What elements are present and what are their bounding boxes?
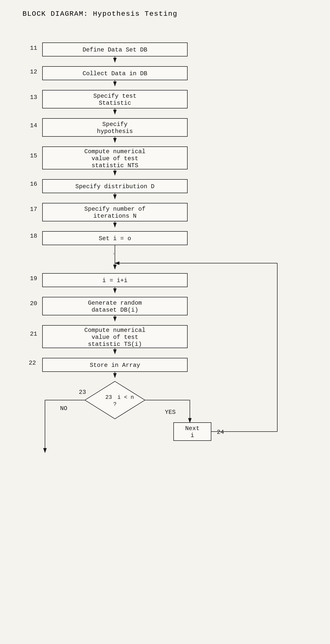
label-12: Collect Data in DB bbox=[82, 70, 147, 77]
step-num-18: 18 bbox=[30, 233, 37, 240]
label-20-line2: dataset DB(i) bbox=[92, 307, 138, 314]
label-17-line1: Specify number of bbox=[84, 206, 146, 212]
label-15-line2: value of test bbox=[92, 155, 138, 162]
step-num-12: 12 bbox=[30, 68, 37, 75]
step-num-21: 21 bbox=[30, 330, 37, 337]
diamond-label-num: i < n bbox=[118, 394, 134, 400]
step-num-13: 13 bbox=[30, 94, 37, 101]
step-num-15: 15 bbox=[30, 152, 37, 159]
label-15-line3: statistic NTS bbox=[92, 162, 138, 169]
step-num-20: 20 bbox=[30, 300, 37, 307]
label-18: Set i = o bbox=[99, 235, 131, 242]
step-num-14: 14 bbox=[30, 122, 37, 129]
label-no: NO bbox=[60, 405, 68, 412]
diamond-23 bbox=[85, 381, 145, 419]
step-num-17: 17 bbox=[30, 206, 37, 213]
label-22: Store in Array bbox=[90, 362, 140, 368]
label-14-line1: Specify bbox=[102, 121, 128, 128]
flowchart-diagram: 11 Define Data Set DB 12 Collect Data in… bbox=[15, 28, 320, 644]
step-num-16: 16 bbox=[30, 181, 37, 188]
label-14-line2: hypothesis bbox=[97, 128, 133, 135]
label-20-line1: Generate random bbox=[88, 300, 142, 306]
step-num-24: 24 bbox=[217, 429, 224, 436]
step-num-23: 23 bbox=[79, 389, 86, 396]
label-17-line2: iterations N bbox=[94, 213, 137, 220]
label-21-line1: Compute numerical bbox=[84, 327, 146, 334]
step-num-11: 11 bbox=[30, 45, 37, 52]
label-19: i = i+i bbox=[102, 277, 128, 284]
label-yes: YES bbox=[165, 409, 176, 416]
label-11: Define Data Set DB bbox=[82, 46, 147, 53]
next-label-line1: Next bbox=[185, 425, 200, 432]
step-num-22: 22 bbox=[29, 360, 36, 366]
label-16: Specify distribution D bbox=[76, 183, 155, 190]
next-label-line2: i bbox=[190, 432, 194, 439]
label-21-line3: statistic TS(i) bbox=[88, 341, 142, 348]
step-num-19: 19 bbox=[30, 275, 37, 282]
label-21-line2: value of test bbox=[92, 334, 138, 340]
diamond-label-q: ? bbox=[113, 401, 116, 408]
label-13-line1: Specify test bbox=[94, 93, 137, 100]
label-13-line2: Statistic bbox=[99, 100, 131, 106]
page-title: BLOCK DIAGRAM: Hypothesis Testing bbox=[15, 10, 315, 18]
label-15-line1: Compute numerical bbox=[84, 148, 146, 155]
diamond-label-line1: 23 bbox=[106, 394, 112, 400]
